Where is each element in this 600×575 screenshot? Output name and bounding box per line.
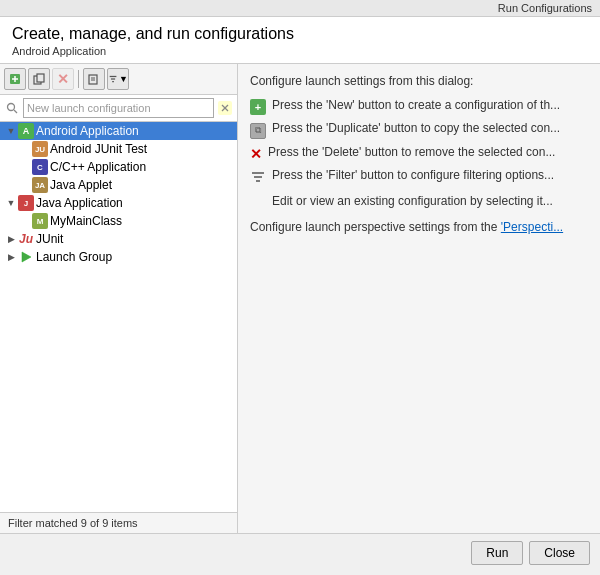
hint-new-text: Press the 'New' button to create a confi…	[272, 98, 560, 112]
svg-line-12	[14, 110, 17, 113]
filter-footer: Filter matched 9 of 9 items	[0, 512, 237, 533]
tree-item-junit[interactable]: ▶ Ju JUnit	[0, 230, 237, 248]
tree-item-launch-group[interactable]: ▶ Launch Group	[0, 248, 237, 266]
cpp-app-icon: C	[32, 159, 48, 175]
cpp-app-label: C/C++ Application	[50, 160, 146, 174]
hint-dup-text: Press the 'Duplicate' button to copy the…	[272, 121, 560, 135]
tree-item-android-app[interactable]: ▼ A Android Application	[0, 122, 237, 140]
hint-dup-icon: ⧉	[250, 122, 266, 139]
title-bar-label: Run Configurations	[498, 2, 592, 14]
perspective-text: Configure launch perspective settings fr…	[250, 220, 588, 234]
java-applet-icon: JA	[32, 177, 48, 193]
search-icon	[4, 100, 20, 116]
hint-new-icon: +	[250, 99, 266, 115]
hint-filter-text: Press the 'Filter' button to configure f…	[272, 168, 554, 182]
search-row	[0, 95, 237, 122]
launch-group-label: Launch Group	[36, 250, 112, 264]
run-button[interactable]: Run	[471, 541, 523, 565]
copy-button[interactable]	[83, 68, 105, 90]
tree-item-mymainclass[interactable]: M MyMainClass	[0, 212, 237, 230]
expand-mainclass-icon	[18, 214, 32, 228]
main-content: ✕ ▼	[0, 64, 600, 533]
search-clear-icon[interactable]	[217, 100, 233, 116]
hint-filter: Press the 'Filter' button to configure f…	[250, 168, 588, 188]
duplicate-button[interactable]	[28, 68, 50, 90]
java-applet-label: Java Applet	[50, 178, 112, 192]
hint-del: ✕ Press the 'Delete' button to remove th…	[250, 145, 588, 162]
hint-edit-text: Edit or view an existing configuration b…	[272, 194, 553, 208]
tree-area: ▼ A Android Application JU Android JUnit…	[0, 122, 237, 512]
toolbar-separator	[78, 70, 79, 88]
junit-icon: Ju	[18, 231, 34, 247]
launch-group-icon	[18, 249, 34, 265]
mymainclass-label: MyMainClass	[50, 214, 122, 228]
left-panel: ✕ ▼	[0, 64, 238, 533]
hint-filter-icon	[250, 169, 266, 188]
title-bar: Run Configurations	[0, 0, 600, 17]
android-app-icon: A	[18, 123, 34, 139]
hint-del-icon: ✕	[250, 146, 262, 162]
svg-marker-16	[22, 252, 31, 262]
toolbar: ✕ ▼	[0, 64, 237, 95]
expand-android-icon: ▼	[4, 124, 18, 138]
hint-dup: ⧉ Press the 'Duplicate' button to copy t…	[250, 121, 588, 139]
svg-point-11	[8, 104, 15, 111]
junit-label: JUnit	[36, 232, 63, 246]
expand-android-junit-icon	[18, 142, 32, 156]
right-panel: Configure launch settings from this dial…	[238, 64, 600, 533]
expand-applet-icon	[18, 178, 32, 192]
expand-junit-icon: ▶	[4, 232, 18, 246]
perspective-link[interactable]: 'Perspecti...	[501, 220, 563, 234]
android-app-label: Android Application	[36, 124, 139, 138]
java-app-icon: J	[18, 195, 34, 211]
dialog-subtitle: Android Application	[12, 45, 588, 57]
android-junit-icon: JU	[32, 141, 48, 157]
hint-del-text: Press the 'Delete' button to remove the …	[268, 145, 555, 159]
tree-item-java-applet[interactable]: JA Java Applet	[0, 176, 237, 194]
filter-button[interactable]: ▼	[107, 68, 129, 90]
search-input[interactable]	[23, 98, 214, 118]
hint-edit: Edit or view an existing configuration b…	[250, 194, 588, 208]
tree-item-android-junit[interactable]: JU Android JUnit Test	[0, 140, 237, 158]
expand-group-icon: ▶	[4, 250, 18, 264]
new-button[interactable]	[4, 68, 26, 90]
tree-item-cpp-app[interactable]: C C/C++ Application	[0, 158, 237, 176]
tree-item-java-app[interactable]: ▼ J Java Application	[0, 194, 237, 212]
filter-status: Filter matched 9 of 9 items	[8, 517, 138, 529]
expand-java-icon: ▼	[4, 196, 18, 210]
expand-cpp-icon	[18, 160, 32, 174]
delete-button[interactable]: ✕	[52, 68, 74, 90]
android-junit-label: Android JUnit Test	[50, 142, 147, 156]
hint-new: + Press the 'New' button to create a con…	[250, 98, 588, 115]
java-app-label: Java Application	[36, 196, 123, 210]
dialog-footer: Run Close	[0, 533, 600, 571]
dialog-header: Create, manage, and run configurations A…	[0, 17, 600, 64]
svg-rect-4	[37, 74, 44, 82]
dialog-title: Create, manage, and run configurations	[12, 25, 588, 43]
right-panel-intro: Configure launch settings from this dial…	[250, 74, 588, 88]
close-button[interactable]: Close	[529, 541, 590, 565]
mainclass-icon: M	[32, 213, 48, 229]
